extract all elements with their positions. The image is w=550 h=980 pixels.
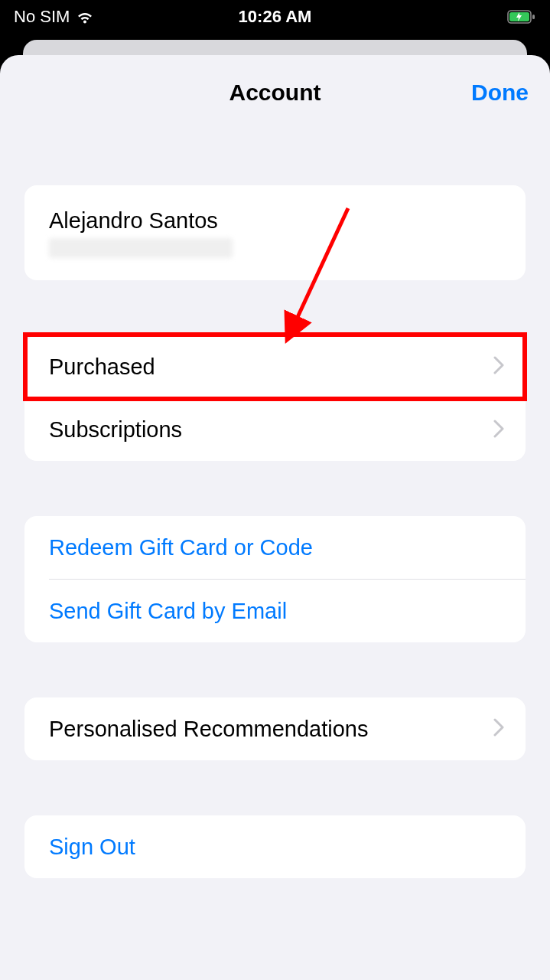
- subscriptions-label: Subscriptions: [49, 417, 182, 443]
- profile-row[interactable]: Alejandro Santos: [24, 185, 526, 280]
- status-bar: No SIM 10:26 AM: [0, 0, 550, 34]
- svg-rect-2: [532, 15, 535, 19]
- page-title: Account: [229, 80, 321, 106]
- profile-name: Alejandro Santos: [49, 208, 218, 234]
- signout-row[interactable]: Sign Out: [24, 815, 526, 878]
- redeem-label: Redeem Gift Card or Code: [49, 535, 313, 560]
- profile-group: Alejandro Santos: [24, 185, 526, 280]
- subscriptions-row[interactable]: Subscriptions: [24, 398, 526, 461]
- recommendations-label: Personalised Recommendations: [49, 717, 369, 742]
- purchases-group: Purchased Subscriptions: [24, 335, 526, 461]
- recommendations-group: Personalised Recommendations: [24, 697, 526, 760]
- gift-group: Redeem Gift Card or Code Send Gift Card …: [24, 516, 526, 642]
- redeem-row[interactable]: Redeem Gift Card or Code: [24, 516, 526, 579]
- done-button[interactable]: Done: [471, 80, 529, 106]
- chevron-right-icon: [493, 420, 504, 441]
- signout-group: Sign Out: [24, 815, 526, 878]
- profile-email-blurred: [49, 238, 233, 258]
- recommendations-row[interactable]: Personalised Recommendations: [24, 697, 526, 760]
- battery-charging-icon: [507, 10, 536, 24]
- clock: 10:26 AM: [239, 7, 312, 27]
- modal-header: Account Done: [0, 55, 550, 121]
- carrier-label: No SIM: [14, 7, 70, 27]
- chevron-right-icon: [493, 356, 504, 377]
- status-right: [507, 10, 536, 24]
- send-gift-row[interactable]: Send Gift Card by Email: [24, 580, 526, 642]
- purchased-label: Purchased: [49, 354, 155, 380]
- purchased-row[interactable]: Purchased: [24, 335, 526, 398]
- wifi-icon: [76, 10, 94, 24]
- account-modal: Account Done Alejandro Santos Purchased …: [0, 55, 550, 980]
- status-left: No SIM: [14, 7, 94, 27]
- send-gift-label: Send Gift Card by Email: [49, 599, 287, 624]
- signout-label: Sign Out: [49, 835, 135, 860]
- chevron-right-icon: [493, 718, 504, 740]
